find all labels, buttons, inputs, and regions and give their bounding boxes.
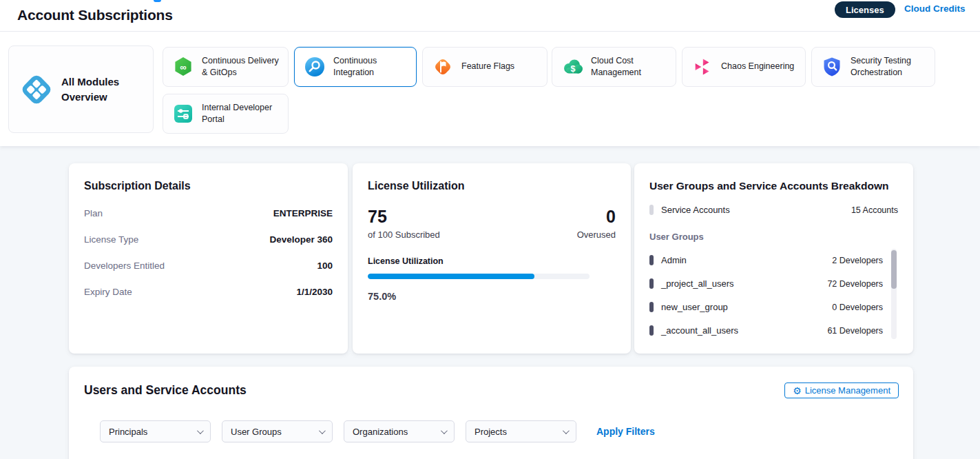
gear-icon: ⚙: [793, 386, 802, 396]
top-nav-fragment: [154, 0, 161, 2]
module-label-ff: Feature Flags: [461, 61, 545, 73]
user-groups-filter-dropdown[interactable]: User Groups: [222, 420, 333, 442]
chevron-down-icon: [319, 427, 326, 434]
idp-module-icon: [172, 103, 194, 125]
utilization-bar-label: License Utilization: [368, 256, 616, 266]
subscription-row-plan: Plan ENTERPRISE: [84, 208, 333, 218]
cd-module-icon: ∞: [172, 56, 194, 78]
breakdown-card: User Groups and Service Accounts Breakdo…: [634, 163, 913, 354]
module-label-ce: Chaos Engineering: [721, 61, 805, 73]
module-card-ff[interactable]: Feature Flags: [422, 47, 548, 87]
organizations-filter-dropdown[interactable]: Organizations: [344, 420, 455, 442]
service-accounts-row: Service Accounts 15 Accounts: [649, 205, 898, 215]
module-label-cd: Continuous Delivery & GitOps: [202, 55, 286, 79]
cloud-credits-tab[interactable]: Cloud Credits: [904, 3, 966, 14]
user-group-row: new_user_group 0 Developers: [649, 302, 883, 312]
scrollbar[interactable]: [891, 249, 897, 339]
module-card-sto[interactable]: Security Testing Orchestration: [811, 47, 935, 87]
user-group-row: _account_all_users 61 Developers: [649, 325, 883, 336]
group-color-marker: [649, 325, 654, 336]
principals-filter-dropdown[interactable]: Principals: [100, 420, 211, 442]
ci-module-icon: [304, 56, 326, 78]
module-label-ci: Continuous Integration: [333, 55, 416, 79]
module-card-ccm[interactable]: $ Cloud Cost Management: [552, 47, 676, 87]
subscription-details-card: Subscription Details Plan ENTERPRISE Lic…: [69, 163, 348, 354]
svg-text:$: $: [571, 64, 576, 74]
user-group-row: _project_all_users 72 Developers: [649, 278, 883, 289]
module-card-ce[interactable]: Chaos Engineering: [682, 47, 806, 87]
module-label-ccm: Cloud Cost Management: [591, 55, 675, 79]
group-color-marker: [649, 255, 654, 265]
chevron-down-icon: [563, 427, 570, 434]
group-color-marker: [649, 278, 654, 289]
module-label-idp: Internal Developer Portal: [202, 102, 286, 126]
subscription-details-title: Subscription Details: [84, 180, 333, 192]
users-section-card: Users and Service Accounts ⚙ License Man…: [69, 367, 913, 459]
subscription-row-expiry-date: Expiry Date 1/1/2030: [84, 287, 333, 297]
utilization-progress-track: [368, 274, 590, 279]
page-header: Account Subscriptions Licenses Cloud Cre…: [0, 0, 980, 32]
sto-module-icon: [821, 56, 843, 78]
chevron-down-icon: [197, 427, 204, 434]
utilization-progress-fill: [368, 274, 534, 279]
service-accounts-marker: [649, 205, 654, 215]
ff-module-icon: [432, 56, 454, 78]
module-card-cd[interactable]: ∞ Continuous Delivery & GitOps: [163, 47, 289, 87]
svg-text:∞: ∞: [180, 62, 186, 72]
overused-licenses-stat: 0 Overused: [577, 207, 616, 240]
module-label-sto: Security Testing Orchestration: [851, 55, 935, 79]
license-utilization-title: License Utilization: [368, 180, 616, 192]
breakdown-title: User Groups and Service Accounts Breakdo…: [649, 180, 898, 192]
subscription-row-license-type: License Type Developer 360: [84, 234, 333, 245]
subscription-row-developers-entitled: Developers Entitled 100: [84, 261, 333, 271]
group-color-marker: [649, 302, 654, 312]
used-licenses-stat: 75 of 100 Subscribed: [368, 207, 440, 240]
scrollbar-thumb[interactable]: [891, 250, 897, 289]
users-section-title: Users and Service Accounts: [84, 383, 898, 398]
user-groups-heading: User Groups: [649, 232, 898, 242]
ce-module-icon: [691, 56, 713, 78]
all-modules-overview-card[interactable]: All Modules Overview: [8, 45, 154, 133]
apply-filters-link[interactable]: Apply Filters: [596, 426, 655, 437]
module-card-idp[interactable]: Internal Developer Portal: [163, 94, 289, 134]
license-utilization-card: License Utilization 75 of 100 Subscribed…: [353, 163, 631, 354]
user-groups-list: Admin 2 Developers _project_all_users 72…: [649, 255, 898, 336]
user-group-row: Admin 2 Developers: [649, 255, 883, 265]
license-management-button[interactable]: ⚙ License Management: [784, 382, 899, 398]
ccm-module-icon: $: [561, 56, 583, 78]
chevron-down-icon: [441, 427, 448, 434]
projects-filter-dropdown[interactable]: Projects: [466, 420, 576, 442]
licenses-tab[interactable]: Licenses: [835, 1, 895, 18]
all-modules-icon: [20, 73, 53, 106]
filters-row: Principals User Groups Organizations Pro…: [100, 420, 655, 442]
utilization-percent: 75.0%: [368, 291, 616, 302]
module-selector-band: All Modules Overview ∞ Continuous Delive…: [0, 32, 980, 146]
page-title: Account Subscriptions: [17, 7, 173, 23]
all-modules-overview-label: All Modules Overview: [61, 74, 130, 105]
module-card-ci[interactable]: Continuous Integration: [294, 47, 417, 87]
